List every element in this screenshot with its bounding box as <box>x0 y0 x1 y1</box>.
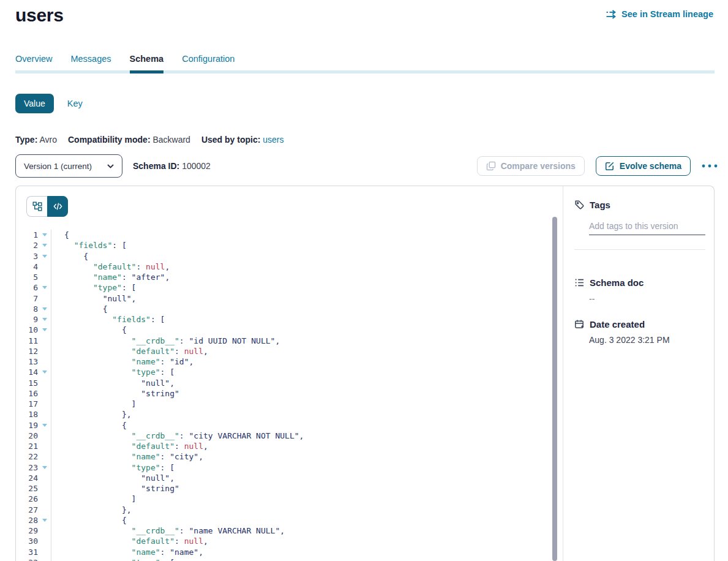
fold-gutter <box>38 304 51 314</box>
value-toggle-button[interactable]: Value <box>15 94 54 113</box>
collapse-arrow-icon[interactable] <box>42 371 47 374</box>
schema-type: Type: Avro <box>15 135 57 145</box>
fold-gutter <box>38 293 51 304</box>
code-text: "default": null, <box>51 262 170 272</box>
line-number: 18 <box>16 409 38 420</box>
line-number: 8 <box>16 304 38 314</box>
line-number: 28 <box>16 515 38 525</box>
code-line: 17 ] <box>16 399 563 409</box>
schema-code-pane: 1{2 "fields": [3 {4 "default": null,5 "n… <box>16 186 563 561</box>
fold-gutter <box>38 441 51 451</box>
version-select-value: Version 1 (current) <box>24 162 92 171</box>
topic-link[interactable]: users <box>263 135 283 145</box>
code-line: 21 "default": null, <box>16 441 563 451</box>
tags-input[interactable] <box>589 221 705 235</box>
code-text: "default": null, <box>51 346 208 356</box>
collapse-arrow-icon[interactable] <box>42 318 47 321</box>
line-number: 10 <box>16 325 38 335</box>
used-by-topic: Used by topic: users <box>201 135 284 145</box>
collapse-arrow-icon[interactable] <box>42 519 47 522</box>
fold-gutter <box>38 262 51 272</box>
lineage-link-label: See in Stream lineage <box>621 9 713 19</box>
fold-gutter <box>38 515 51 525</box>
fold-gutter <box>38 325 51 335</box>
collapse-arrow-icon[interactable] <box>42 286 47 289</box>
tab-bar: Overview Messages Schema Configuration <box>0 54 728 73</box>
line-number: 9 <box>16 314 38 325</box>
fold-gutter <box>38 525 51 536</box>
compatibility-mode: Compatibility mode: Backward <box>68 135 190 145</box>
tab-schema[interactable]: Schema <box>130 54 164 72</box>
schema-sidebar: Tags Schema doc -- <box>563 186 715 561</box>
code-line: 4 "default": null, <box>16 262 563 272</box>
key-toggle-button[interactable]: Key <box>67 99 83 108</box>
evolve-schema-button[interactable]: Evolve schema <box>596 156 691 176</box>
code-text: }, <box>51 409 132 420</box>
code-text: "type": [ <box>51 282 136 293</box>
line-number: 23 <box>16 462 38 473</box>
fold-gutter <box>38 356 51 367</box>
list-icon <box>574 277 585 288</box>
date-created-section-header: Date created <box>574 319 705 329</box>
collapse-arrow-icon[interactable] <box>42 244 47 247</box>
code-line: 3 { <box>16 251 563 262</box>
fold-gutter <box>38 399 51 409</box>
tab-configuration[interactable]: Configuration <box>182 54 235 72</box>
code-text: }, <box>51 505 132 515</box>
line-number: 5 <box>16 272 38 282</box>
type-label: Type: <box>15 135 37 145</box>
schema-id: Schema ID: 100002 <box>133 161 211 171</box>
fold-gutter <box>38 473 51 483</box>
fold-gutter <box>38 462 51 473</box>
see-in-stream-lineage-link[interactable]: See in Stream lineage <box>606 9 713 19</box>
code-text: "type": [ <box>51 462 174 473</box>
collapse-arrow-icon[interactable] <box>42 328 47 331</box>
collapse-arrow-icon[interactable] <box>42 255 47 258</box>
code-text: "__crdb__": "name VARCHAR NULL", <box>51 525 285 536</box>
code-view-button[interactable] <box>47 196 68 217</box>
compare-versions-button[interactable]: Compare versions <box>477 156 585 176</box>
collapse-arrow-icon[interactable] <box>42 424 47 427</box>
tab-overview[interactable]: Overview <box>15 54 52 72</box>
fold-gutter <box>38 431 51 441</box>
compat-value: Backward <box>152 135 190 145</box>
tab-messages[interactable]: Messages <box>70 54 111 72</box>
code-text: "default": null, <box>51 536 208 546</box>
code-text: "type": [ <box>51 557 174 561</box>
line-number: 27 <box>16 505 38 515</box>
fold-gutter <box>38 336 51 346</box>
code-line: 32 "type": [ <box>16 557 563 561</box>
version-bar: Version 1 (current) Schema ID: 100002 <box>15 154 211 178</box>
code-line: 29 "__crdb__": "name VARCHAR NULL", <box>16 525 563 536</box>
code-text: "default": null, <box>51 441 208 451</box>
code-text: { <box>51 420 127 431</box>
code-line: 10 { <box>16 325 563 335</box>
line-number: 21 <box>16 441 38 451</box>
date-created-title: Date created <box>590 319 645 329</box>
chevron-down-icon <box>107 164 114 168</box>
line-number: 16 <box>16 388 38 399</box>
collapse-arrow-icon[interactable] <box>42 466 47 469</box>
version-select[interactable]: Version 1 (current) <box>15 154 122 178</box>
collapse-arrow-icon[interactable] <box>42 307 47 311</box>
schema-meta-row: Type: Avro Compatibility mode: Backward … <box>15 135 284 145</box>
code-text: "__crdb__": "city VARCHAR NOT NULL", <box>51 431 304 441</box>
code-line: 27 }, <box>16 505 563 515</box>
line-number: 12 <box>16 346 38 356</box>
line-number: 4 <box>16 262 38 272</box>
collapse-arrow-icon[interactable] <box>42 233 47 236</box>
code-text: "name": "name", <box>51 547 203 557</box>
code-text: "null", <box>51 293 136 304</box>
code-line: 13 "name": "id", <box>16 356 563 367</box>
code-line: 6 "type": [ <box>16 282 563 293</box>
code-line: 1{ <box>16 230 563 240</box>
line-number: 26 <box>16 494 38 504</box>
schema-id-label: Schema ID: <box>133 161 179 171</box>
tree-view-button[interactable] <box>26 196 47 217</box>
vertical-scrollbar-thumb[interactable] <box>552 217 557 561</box>
schema-doc-title: Schema doc <box>590 277 644 288</box>
code-line: 24 "null", <box>16 473 563 483</box>
value-key-toggle: Value Key <box>15 94 83 113</box>
topic-label: Used by topic: <box>201 135 260 145</box>
more-options-button[interactable] <box>702 164 718 168</box>
